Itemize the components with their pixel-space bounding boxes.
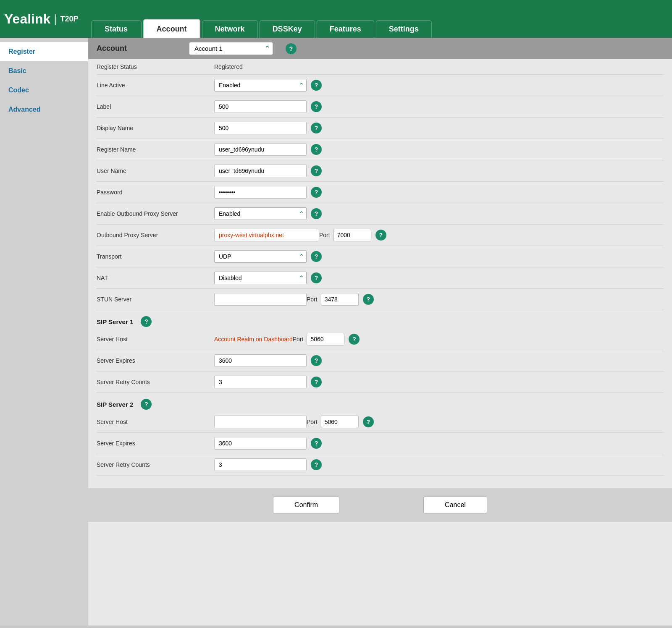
sidebar-item-register[interactable]: Register: [0, 42, 88, 61]
nat-help-button[interactable]: ?: [311, 272, 322, 283]
display-name-label: Display Name: [97, 125, 214, 131]
stun-row: STUN Server Port ?: [97, 289, 664, 310]
sip1-port-group: Port: [293, 333, 345, 345]
sip2-port-input[interactable]: [321, 416, 359, 428]
content-area: Account Account 1 Account 2 Account 3 ⌃ …: [88, 38, 672, 625]
user-name-input[interactable]: [214, 165, 307, 177]
line-active-row: Line Active Enabled Disabled ⌃ ?: [97, 75, 664, 96]
stun-port-input[interactable]: [321, 293, 359, 306]
sip1-title-help-button[interactable]: ?: [141, 316, 152, 327]
logo-model: T20P: [60, 15, 79, 24]
line-active-select[interactable]: Enabled Disabled: [214, 79, 307, 92]
tab-status[interactable]: Status: [91, 20, 142, 38]
cancel-button[interactable]: Cancel: [423, 497, 487, 513]
register-name-input[interactable]: [214, 143, 307, 156]
sip1-retry-help-button[interactable]: ?: [311, 377, 322, 387]
stun-label: STUN Server: [97, 296, 214, 303]
outbound-proxy-input[interactable]: [214, 229, 319, 241]
enable-outbound-select-wrap: Enabled Disabled ⌃: [214, 207, 307, 220]
sidebar: Register Basic Codec Advanced: [0, 38, 88, 625]
outbound-port-input[interactable]: [333, 229, 371, 241]
outbound-port-group: Port: [319, 229, 371, 241]
sip1-title-row: SIP Server 1 ?: [97, 310, 664, 329]
tab-settings[interactable]: Settings: [376, 20, 432, 38]
logo-area: Yealink | T20P: [4, 11, 79, 27]
line-active-label: Line Active: [97, 82, 214, 89]
outbound-proxy-row: Outbound Proxy Server Port ?: [97, 225, 664, 246]
nat-select[interactable]: Disabled Enabled: [214, 272, 307, 284]
sip2-retry-row: Server Retry Counts ?: [97, 454, 664, 476]
user-name-help-button[interactable]: ?: [311, 165, 322, 176]
tab-network[interactable]: Network: [202, 20, 258, 38]
transport-row: Transport UDP TCP TLS ⌃ ?: [97, 246, 664, 267]
logo-brand: Yealink: [4, 11, 50, 27]
sip1-retry-label: Server Retry Counts: [97, 379, 214, 385]
sip2-retry-help-button[interactable]: ?: [311, 459, 322, 470]
label-input[interactable]: [214, 100, 307, 113]
sidebar-item-basic[interactable]: Basic: [0, 61, 88, 81]
nat-row: NAT Disabled Enabled ⌃ ?: [97, 267, 664, 289]
sip2-host-label: Server Host: [97, 419, 214, 425]
label-help-button[interactable]: ?: [311, 101, 322, 112]
enable-outbound-help-button[interactable]: ?: [311, 208, 322, 219]
sip1-expires-input[interactable]: [214, 354, 307, 367]
register-name-label: Register Name: [97, 146, 214, 153]
display-name-help-button[interactable]: ?: [311, 123, 322, 133]
enable-outbound-label: Enable Outbound Proxy Server: [97, 210, 214, 217]
sip2-expires-help-button[interactable]: ?: [311, 438, 322, 449]
sip2-host-help-button[interactable]: ?: [363, 416, 374, 427]
account-help-button[interactable]: ?: [286, 43, 297, 54]
account-header-label: Account: [97, 44, 181, 53]
line-active-help-button[interactable]: ?: [311, 80, 322, 91]
sip2-title-row: SIP Server 2 ?: [97, 393, 664, 411]
nav-tabs: Status Account Network DSSKey Features S…: [91, 0, 432, 38]
sip1-host-realm-text: Account Realm on Dashboard: [214, 336, 293, 343]
label-row: Label ?: [97, 96, 664, 118]
account-select[interactable]: Account 1 Account 2 Account 3: [189, 42, 273, 55]
confirm-button[interactable]: Confirm: [273, 497, 339, 513]
sidebar-item-codec[interactable]: Codec: [0, 81, 88, 100]
sip1-host-help-button[interactable]: ?: [349, 334, 360, 345]
password-help-button[interactable]: ?: [311, 187, 322, 198]
transport-help-button[interactable]: ?: [311, 251, 322, 262]
display-name-input[interactable]: [214, 122, 307, 134]
logo-divider: |: [54, 12, 57, 26]
sip2-retry-label: Server Retry Counts: [97, 461, 214, 468]
enable-outbound-select[interactable]: Enabled Disabled: [214, 207, 307, 220]
main-container: Register Basic Codec Advanced Account Ac…: [0, 38, 672, 625]
line-active-select-wrap: Enabled Disabled ⌃: [214, 79, 307, 92]
password-input[interactable]: [214, 186, 307, 199]
enable-outbound-row: Enable Outbound Proxy Server Enabled Dis…: [97, 203, 664, 225]
sidebar-item-advanced[interactable]: Advanced: [0, 100, 88, 119]
outbound-proxy-help-button[interactable]: ?: [375, 230, 386, 241]
stun-help-button[interactable]: ?: [363, 294, 374, 305]
stun-port-group: Port: [307, 293, 359, 306]
sip2-expires-label: Server Expires: [97, 440, 214, 447]
user-name-label: User Name: [97, 167, 214, 174]
transport-select[interactable]: UDP TCP TLS: [214, 250, 307, 263]
sip2-expires-input[interactable]: [214, 437, 307, 450]
transport-select-wrap: UDP TCP TLS ⌃: [214, 250, 307, 263]
sip1-port-input[interactable]: [307, 333, 344, 345]
sip1-retry-input[interactable]: [214, 376, 307, 388]
bottom-bar: Confirm Cancel: [88, 488, 672, 522]
nat-select-wrap: Disabled Enabled ⌃: [214, 272, 307, 284]
tab-features[interactable]: Features: [317, 20, 374, 38]
outbound-proxy-label: Outbound Proxy Server: [97, 232, 214, 238]
sip2-title-help-button[interactable]: ?: [141, 399, 152, 410]
outbound-port-label: Port: [319, 232, 330, 238]
sip2-host-input[interactable]: [214, 416, 307, 428]
sip2-host-row: Server Host Port ?: [97, 411, 664, 433]
tab-account[interactable]: Account: [143, 19, 200, 38]
password-label: Password: [97, 189, 214, 196]
sip1-expires-help-button[interactable]: ?: [311, 355, 322, 366]
register-name-help-button[interactable]: ?: [311, 144, 322, 155]
stun-input[interactable]: [214, 293, 307, 306]
sip2-retry-input[interactable]: [214, 458, 307, 471]
user-name-row: User Name ?: [97, 160, 664, 182]
tab-dsskey[interactable]: DSSKey: [260, 20, 315, 38]
sip2-port-group: Port: [307, 416, 359, 428]
sip2-port-label: Port: [307, 419, 318, 425]
password-row: Password ?: [97, 182, 664, 203]
form-area: Register Status Registered Line Active E…: [88, 59, 672, 484]
